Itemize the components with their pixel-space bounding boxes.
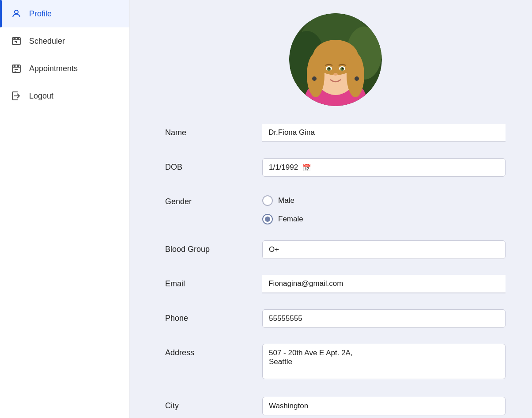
blood-group-row: Blood Group [165, 240, 506, 259]
gender-label: Gender [165, 193, 262, 206]
gender-female-option[interactable]: Female [262, 214, 506, 224]
sidebar-profile-label: Profile [29, 9, 52, 19]
logout-icon [11, 90, 22, 102]
sidebar-logout-label: Logout [29, 91, 53, 101]
svg-point-6 [18, 65, 19, 67]
gender-male-radio[interactable] [262, 195, 273, 206]
gender-female-radio-inner [265, 217, 270, 222]
sidebar-appointments-label: Appointments [29, 64, 78, 73]
gender-options: Male Female [262, 193, 506, 224]
gender-row: Gender Male Female [165, 193, 506, 224]
address-label: Address [165, 344, 262, 357]
phone-label: Phone [165, 309, 262, 323]
email-label: Email [165, 275, 262, 289]
blood-group-input[interactable] [262, 240, 506, 259]
dob-label: DOB [165, 158, 262, 172]
svg-point-28 [312, 76, 317, 81]
city-row: City [165, 397, 506, 415]
svg-point-29 [355, 76, 359, 81]
gender-male-label: Male [278, 196, 294, 205]
phone-field-wrap [262, 309, 506, 328]
svg-point-0 [15, 10, 18, 14]
svg-point-2 [14, 38, 15, 39]
gender-male-option[interactable]: Male [262, 195, 506, 206]
avatar [289, 13, 382, 106]
person-icon [11, 8, 22, 19]
email-field-wrap [262, 275, 506, 293]
name-input[interactable] [262, 124, 506, 142]
gender-female-label: Female [278, 215, 303, 224]
blood-group-field-wrap [262, 240, 506, 259]
calendar-icon: 📅 [302, 163, 311, 172]
address-field-wrap: 507 - 20th Ave E Apt. 2A, Seattle [262, 344, 506, 381]
sidebar-item-appointments[interactable]: Appointments [0, 55, 129, 82]
sidebar-item-scheduler[interactable]: Scheduler [0, 27, 129, 55]
svg-point-27 [333, 73, 338, 76]
sidebar-scheduler-label: Scheduler [29, 37, 65, 46]
phone-row: Phone [165, 309, 506, 328]
dob-input[interactable]: 1/1/1992 📅 [262, 158, 506, 177]
clock-icon [11, 35, 22, 47]
city-field-wrap [262, 397, 506, 415]
gender-female-radio[interactable] [262, 214, 273, 224]
main-content: Name DOB 1/1/1992 📅 Gender Male Fe [130, 0, 532, 418]
city-input[interactable] [262, 397, 506, 415]
dob-row: DOB 1/1/1992 📅 [165, 158, 506, 177]
city-label: City [165, 397, 262, 410]
sidebar: Profile Scheduler Appointments [0, 0, 130, 418]
dob-field-wrap: 1/1/1992 📅 [262, 158, 506, 177]
avatar-section [165, 13, 506, 106]
email-input[interactable] [262, 275, 506, 293]
name-row: Name [165, 124, 506, 142]
name-field-wrap [262, 124, 506, 142]
sidebar-item-logout[interactable]: Logout [0, 82, 129, 110]
svg-point-19 [307, 53, 324, 97]
svg-point-3 [18, 38, 19, 39]
svg-point-25 [328, 68, 330, 69]
dob-value: 1/1/1992 [269, 163, 298, 172]
svg-point-26 [342, 68, 343, 69]
sidebar-item-profile[interactable]: Profile [0, 0, 129, 27]
svg-point-5 [14, 65, 15, 67]
address-input[interactable]: 507 - 20th Ave E Apt. 2A, Seattle [262, 344, 506, 379]
svg-point-20 [347, 53, 364, 97]
address-row: Address 507 - 20th Ave E Apt. 2A, Seattl… [165, 344, 506, 381]
calendar-icon [11, 63, 22, 74]
phone-input[interactable] [262, 309, 506, 328]
blood-group-label: Blood Group [165, 240, 262, 254]
name-label: Name [165, 124, 262, 137]
email-row: Email [165, 275, 506, 293]
